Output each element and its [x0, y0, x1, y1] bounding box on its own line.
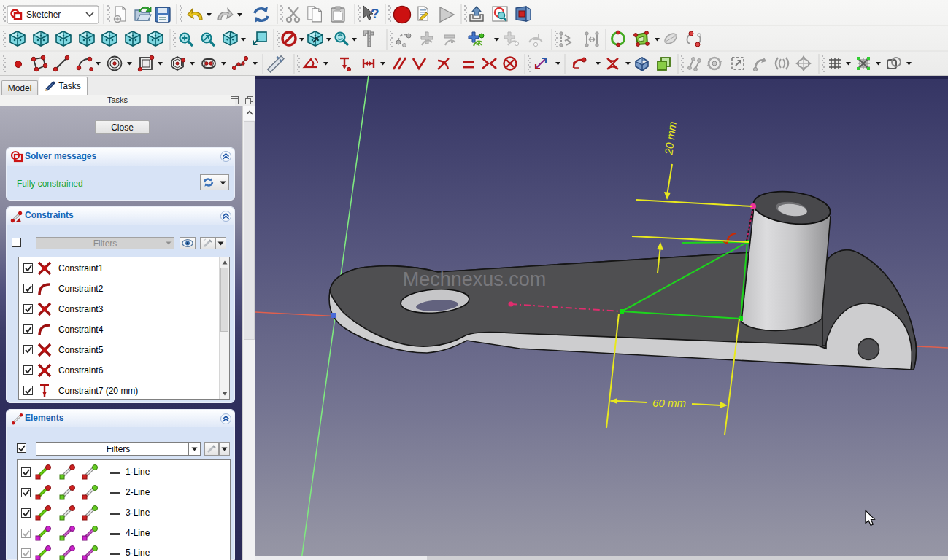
svg-text:Mechnexus.com: Mechnexus.com [403, 268, 547, 290]
svg-text:Sketcher: Sketcher [26, 9, 61, 20]
svg-text:60 mm: 60 mm [652, 397, 686, 409]
svg-text:?: ? [371, 6, 379, 21]
